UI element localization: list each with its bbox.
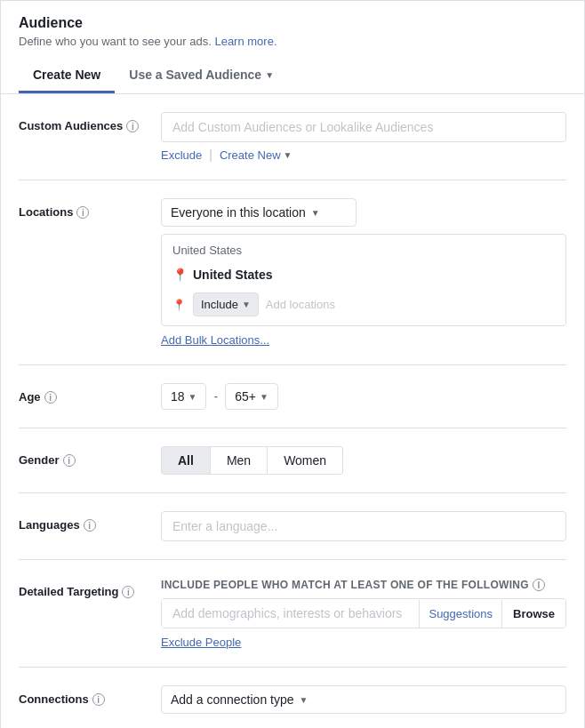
custom-audiences-info-icon[interactable]: i: [126, 120, 139, 132]
location-dropdown[interactable]: Everyone in this location ▼: [161, 198, 357, 227]
locations-row: Locations i Everyone in this location ▼ …: [19, 198, 566, 365]
connection-type-dropdown[interactable]: Add a connection type ▼: [161, 685, 566, 714]
location-chip: 📍 United States: [172, 264, 555, 285]
gender-content: All Men Women: [161, 446, 566, 475]
custom-audience-actions: Exclude | Create New ▼: [161, 148, 566, 162]
audience-card: Audience Define who you want to see your…: [0, 0, 585, 728]
languages-input[interactable]: [161, 511, 566, 541]
age-row: Age i 18 ▼ - 65+ ▼: [19, 383, 566, 428]
add-locations-placeholder: Add locations: [266, 298, 335, 311]
custom-audiences-input[interactable]: [161, 112, 566, 142]
chevron-down-icon: ▼: [188, 392, 197, 402]
tab-create-new[interactable]: Create New: [19, 59, 115, 93]
exclude-people-wrapper: Exclude People: [161, 636, 566, 649]
gender-label: Gender i: [19, 446, 161, 467]
include-dropdown[interactable]: Include ▼: [193, 292, 259, 316]
gender-men-button[interactable]: Men: [211, 446, 268, 475]
learn-more-link[interactable]: Learn more.: [214, 35, 276, 48]
detailed-targeting-description: INCLUDE people who match at least ONE of…: [161, 578, 566, 591]
custom-audiences-label: Custom Audiences i: [19, 112, 161, 132]
page-title: Audience: [19, 15, 566, 31]
age-max-dropdown[interactable]: 65+ ▼: [225, 383, 278, 410]
location-box: United States 📍 United States 📍 Include …: [161, 234, 566, 326]
detailed-targeting-content: INCLUDE people who match at least ONE of…: [161, 578, 566, 649]
age-min-dropdown[interactable]: 18 ▼: [161, 383, 206, 410]
tab-bar: Create New Use a Saved Audience ▼: [19, 59, 566, 93]
action-separator: |: [209, 148, 212, 162]
detailed-targeting-input-row: Suggestions Browse: [161, 598, 566, 628]
add-bulk-locations-link[interactable]: Add Bulk Locations...: [161, 333, 566, 347]
chevron-down-icon: ▼: [265, 70, 274, 80]
custom-audiences-content: Exclude | Create New ▼: [161, 112, 566, 162]
create-new-button[interactable]: Create New ▼: [220, 148, 292, 162]
age-info-icon[interactable]: i: [44, 391, 57, 404]
languages-row: Languages i: [19, 511, 566, 560]
exclude-people-link[interactable]: Exclude People: [161, 636, 566, 649]
page-subtitle: Define who you want to see your ads. Lea…: [19, 35, 566, 48]
locations-content: Everyone in this location ▼ United State…: [161, 198, 566, 347]
gender-selector: All Men Women: [161, 446, 566, 475]
chevron-down-icon: ▼: [260, 392, 268, 402]
exclude-button[interactable]: Exclude: [161, 148, 202, 162]
detailed-targeting-label: Detailed Targeting i: [19, 578, 161, 598]
detailed-targeting-row: Detailed Targeting i INCLUDE people who …: [19, 578, 566, 668]
locations-label: Locations i: [19, 198, 161, 219]
include-row: 📍 Include ▼ Add locations: [172, 292, 555, 316]
browse-button[interactable]: Browse: [501, 600, 565, 628]
gender-all-button[interactable]: All: [161, 446, 211, 475]
connections-content: Add a connection type ▼: [161, 685, 566, 714]
pin-icon: 📍: [172, 268, 188, 282]
gender-row: Gender i All Men Women: [19, 446, 566, 493]
card-header: Audience Define who you want to see your…: [1, 1, 584, 94]
age-dash: -: [213, 389, 218, 404]
languages-content: [161, 511, 566, 541]
gender-info-icon[interactable]: i: [63, 454, 76, 467]
connections-label: Connections i: [19, 685, 161, 706]
connections-row: Connections i Add a connection type ▼: [19, 685, 566, 728]
subtitle-text: Define who you want to see your ads.: [19, 35, 212, 48]
age-content: 18 ▼ - 65+ ▼: [161, 383, 566, 410]
tab-use-saved[interactable]: Use a Saved Audience ▼: [115, 59, 288, 93]
chevron-down-icon: ▼: [300, 695, 309, 705]
chevron-down-icon: ▼: [311, 208, 320, 218]
languages-info-icon[interactable]: i: [84, 519, 96, 532]
connections-info-icon[interactable]: i: [92, 693, 105, 706]
age-selector-row: 18 ▼ - 65+ ▼: [161, 383, 566, 410]
suggestions-button[interactable]: Suggestions: [419, 600, 501, 628]
detailed-targeting-input[interactable]: [162, 599, 419, 628]
location-hint: United States: [172, 244, 555, 257]
detailed-description-info-icon[interactable]: i: [533, 579, 545, 591]
age-label: Age i: [19, 383, 161, 404]
chevron-down-icon: ▼: [284, 150, 292, 160]
gender-women-button[interactable]: Women: [268, 446, 343, 475]
languages-label: Languages i: [19, 511, 161, 532]
card-body: Custom Audiences i Exclude | Create New …: [1, 94, 584, 728]
pin-small-icon: 📍: [172, 299, 186, 311]
custom-audiences-row: Custom Audiences i Exclude | Create New …: [19, 112, 566, 180]
chevron-down-icon: ▼: [242, 300, 251, 309]
detailed-targeting-info-icon[interactable]: i: [122, 586, 134, 598]
locations-info-icon[interactable]: i: [76, 206, 89, 219]
